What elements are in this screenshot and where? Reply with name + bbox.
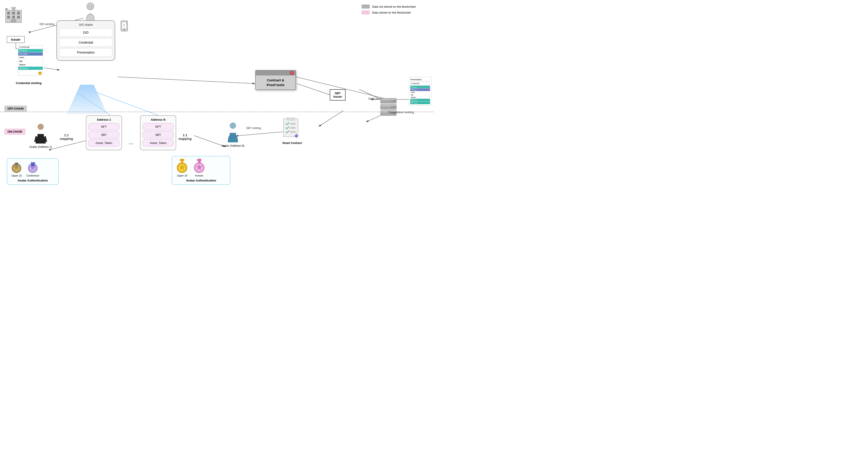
addressN-nft: NFT: [143, 123, 174, 130]
legend-color-gray: [362, 4, 370, 8]
wallet-item-did: DID: [59, 28, 113, 37]
issuer-box: Issuer: [7, 36, 25, 43]
user-icon-area: User: [84, 2, 97, 21]
did-wallet-container: DID Wallet DID Credential Presentation: [57, 20, 115, 61]
legend: Data not stored on the blockchain Data s…: [362, 4, 416, 14]
blue-cone: [67, 85, 107, 114]
svg-point-33: [91, 5, 92, 6]
svg-marker-30: [6, 8, 8, 10]
upper19-label: Upper 19: [175, 174, 189, 177]
cred-age: age: [18, 59, 43, 63]
smart-contract-label: Smart Contract: [282, 142, 302, 145]
svg-point-45: [230, 123, 236, 128]
address1-asset: Asset, Token: [89, 140, 119, 146]
ellipsis: …: [129, 140, 133, 145]
svg-rect-20: [7, 12, 10, 14]
svg-point-31: [87, 3, 94, 10]
svg-marker-40: [67, 85, 107, 114]
database-icon: [379, 97, 398, 118]
auth-box-right: Upper 19 Korean Avatar Authentication: [172, 156, 230, 185]
close-button[interactable]: ✕: [290, 71, 293, 75]
svg-line-10: [318, 111, 343, 126]
auth-label-left: Avatar Authentication: [10, 179, 55, 182]
svg-line-15: [194, 136, 226, 147]
credential-title: Credential: [18, 46, 43, 49]
contract-body: Contract & Proof tools: [256, 76, 296, 89]
svg-line-4: [44, 68, 60, 70]
badge-upper19: Upper 19: [175, 158, 189, 177]
cred-degree: degree: [18, 63, 43, 66]
addressN-box: Address N NFT SBT Asset, Token: [140, 115, 176, 150]
offchain-label: OFF-CHAIN: [4, 106, 27, 111]
avatarN-label: Avatar (Address N): [221, 144, 244, 147]
wallet-item-presentation: Presentation: [59, 48, 113, 57]
address1-box: Address 1 NFT SBT Asset, Token: [86, 115, 122, 150]
diagram-container: Data not stored on the blockchain Data s…: [0, 0, 434, 233]
credential-card: Credential PKIssuer PKHolder name age de…: [18, 45, 43, 76]
cred-pk-holder: PKHolder: [18, 52, 43, 56]
svg-rect-80: [31, 162, 35, 164]
building-icon: [4, 7, 23, 25]
address1-label: Address 1: [89, 118, 119, 121]
conference-label: Conference: [26, 174, 39, 177]
svg-point-60: [394, 100, 395, 101]
svg-rect-21: [12, 12, 15, 14]
svg-point-32: [89, 5, 89, 6]
svg-line-7: [118, 77, 255, 84]
cred-name: name: [18, 56, 43, 59]
wallet-item-credential: Credential: [59, 38, 113, 47]
svg-rect-46: [230, 133, 236, 140]
contract-titlebar: ✕: [256, 70, 296, 76]
addressN-label: Address N: [143, 118, 174, 121]
legend-text-pink: Data stored on the blockchain: [372, 11, 411, 14]
svg-rect-24: [12, 16, 15, 19]
svg-rect-74: [15, 163, 18, 164]
badge-upper15: Upper 15: [10, 161, 23, 177]
legend-text-gray: Data not stored on the blockchain: [372, 5, 416, 8]
avatar1-label: Avatar (Address 1): [29, 145, 52, 148]
svg-text:$: $: [123, 24, 125, 27]
legend-item-gray: Data not stored on the blockchain: [362, 4, 416, 8]
svg-rect-25: [17, 16, 20, 19]
svg-point-36: [124, 29, 125, 30]
address1-sbt: SBT: [89, 131, 119, 138]
svg-rect-28: [11, 7, 16, 8]
upper15-label: Upper 15: [10, 174, 23, 177]
credential-minting-label: Credential minting: [16, 81, 41, 85]
legend-item-pink: Data stored on the blockchain: [362, 10, 416, 14]
svg-rect-23: [7, 16, 10, 19]
svg-rect-22: [17, 12, 20, 14]
svg-rect-82: [180, 159, 184, 161]
presentation-card: Presentation Credential PKIssuer PKHolde…: [409, 77, 431, 106]
svg-rect-88: [197, 159, 202, 161]
svg-point-61: [391, 100, 393, 101]
mapping-label-left: 1:1 mapping: [60, 133, 73, 141]
svg-rect-42: [37, 134, 44, 141]
svg-point-64: [394, 106, 395, 108]
cred-pk-issuer: PKIssuer: [18, 49, 43, 52]
badge-row-left: Upper 15 Conference: [10, 161, 55, 177]
address1-nft: NFT: [89, 123, 119, 130]
auth-box-left: Upper 15 Conference Avatar: [7, 158, 59, 185]
divider-line: [0, 112, 434, 112]
korean-label: Korean: [192, 174, 206, 177]
badge-korean: Korean: [192, 158, 206, 177]
svg-point-41: [38, 124, 43, 130]
svg-point-65: [391, 106, 393, 108]
did-sending-label: DID sending: [39, 23, 55, 26]
wallet-phone-icon: $: [120, 20, 129, 33]
sbt-minting-label: SBT minting: [246, 126, 261, 130]
smart-contract-area: Smart Contract: [282, 118, 302, 145]
addressN-asset: Asset, Token: [143, 140, 174, 146]
cred-footer: [18, 70, 43, 76]
auth-label-right: Avatar Authentication: [175, 179, 227, 182]
sbt-issuer-box: SBT Issuer: [330, 89, 346, 100]
badge-conference: Conference: [26, 161, 39, 177]
presentation-sending-label: Presentation sending: [389, 111, 414, 114]
contract-proof-window: ✕ Contract & Proof tools: [255, 70, 296, 90]
avatarN-area: Avatar (Address N): [221, 122, 244, 147]
avatar1-area: Avatar (Address 1): [29, 123, 52, 148]
did-wallet-label: DID Wallet: [59, 23, 113, 26]
addressN-sbt: SBT: [143, 131, 174, 138]
svg-rect-26: [11, 19, 16, 23]
